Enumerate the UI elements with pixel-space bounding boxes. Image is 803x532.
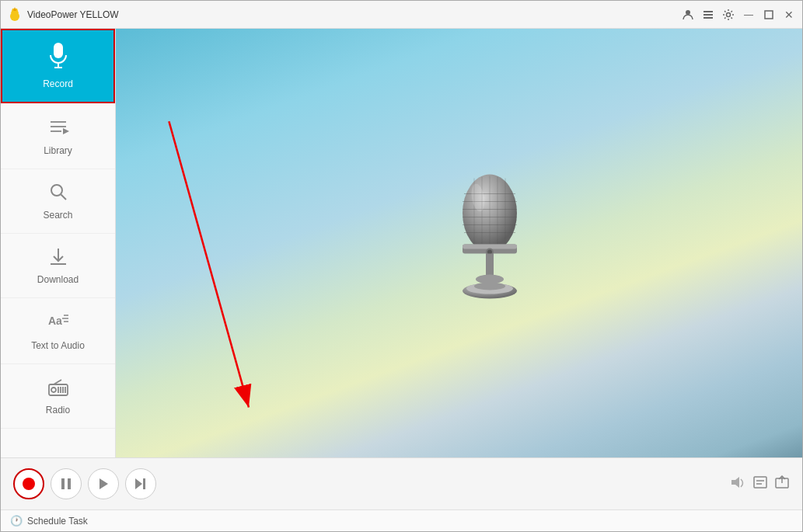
sidebar-item-radio[interactable]: Radio: [1, 364, 115, 429]
text-to-audio-icon: Aa: [47, 311, 70, 337]
sidebar-item-text-to-audio[interactable]: Aa Text to Audio: [1, 298, 115, 364]
sidebar-download-label: Download: [37, 274, 79, 285]
svg-point-3: [686, 10, 690, 15]
sidebar: Record Library: [1, 29, 116, 457]
player-controls: [1, 458, 802, 509]
sidebar-text-to-audio-label: Text to Audio: [31, 340, 85, 351]
sidebar-library-label: Library: [44, 145, 72, 156]
record-dot: [23, 478, 35, 490]
svg-rect-6: [703, 17, 713, 19]
svg-marker-15: [63, 128, 69, 134]
svg-text:Aa: Aa: [48, 315, 62, 327]
minimize-button[interactable]: —: [742, 8, 756, 22]
right-controls: [731, 475, 790, 493]
next-button[interactable]: [125, 468, 156, 499]
volume-icon[interactable]: [731, 475, 746, 493]
svg-rect-9: [54, 43, 63, 58]
app-title: VideoPower YELLOW: [27, 9, 681, 20]
svg-rect-8: [765, 11, 773, 19]
svg-line-54: [169, 121, 249, 407]
svg-rect-56: [68, 478, 71, 489]
radio-icon: [47, 377, 69, 402]
sidebar-item-search[interactable]: Search: [1, 169, 115, 234]
main-view: [116, 29, 802, 457]
sidebar-radio-label: Radio: [46, 405, 70, 416]
record-button[interactable]: [13, 468, 44, 499]
sidebar-search-label: Search: [43, 210, 72, 221]
svg-marker-58: [135, 478, 142, 489]
window-controls: — ✕: [681, 8, 796, 22]
svg-marker-60: [731, 477, 739, 488]
svg-point-25: [51, 388, 56, 392]
maximize-button[interactable]: [762, 8, 776, 22]
titlebar: VideoPower YELLOW: [1, 1, 802, 29]
svg-rect-61: [754, 477, 766, 488]
export-icon[interactable]: [774, 475, 790, 493]
svg-rect-47: [486, 254, 494, 277]
app-logo: [7, 7, 23, 23]
settings-icon[interactable]: [721, 8, 735, 22]
svg-rect-5: [703, 14, 713, 16]
svg-rect-4: [703, 11, 713, 12]
main-content: Record Library: [1, 29, 802, 457]
mic-image: [439, 171, 540, 303]
svg-rect-55: [61, 478, 65, 489]
download-icon: [48, 246, 68, 271]
playlist-icon[interactable]: [752, 475, 768, 493]
sidebar-item-record[interactable]: Record: [1, 29, 115, 103]
library-icon: [47, 116, 69, 142]
search-icon: [48, 182, 68, 207]
svg-marker-57: [100, 478, 108, 489]
svg-point-7: [727, 12, 731, 16]
pause-button[interactable]: [51, 468, 82, 499]
sidebar-item-library[interactable]: Library: [1, 103, 115, 169]
list-icon[interactable]: [701, 8, 715, 22]
bottom-bar: 🕐 Schedule Task: [1, 457, 802, 531]
play-button[interactable]: [88, 468, 119, 499]
schedule-label[interactable]: Schedule Task: [27, 516, 88, 527]
svg-point-16: [51, 185, 62, 196]
sidebar-item-download[interactable]: Download: [1, 234, 115, 298]
svg-line-17: [61, 195, 66, 200]
schedule-bar: 🕐 Schedule Task: [1, 509, 802, 531]
microphone-icon: [47, 43, 69, 75]
svg-rect-59: [143, 478, 145, 489]
user-icon[interactable]: [681, 8, 695, 22]
sidebar-record-label: Record: [43, 78, 73, 89]
svg-point-51: [474, 283, 505, 290]
clock-icon: 🕐: [10, 515, 23, 527]
close-button[interactable]: ✕: [782, 8, 796, 22]
app-window: VideoPower YELLOW: [0, 0, 803, 532]
